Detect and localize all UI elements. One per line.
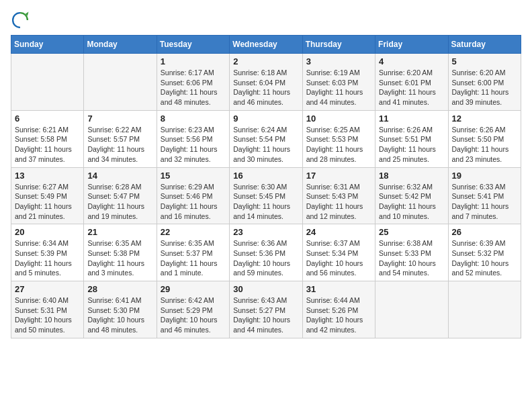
calendar-cell (375, 281, 448, 338)
day-number: 9 (233, 113, 298, 124)
day-number: 25 (379, 227, 444, 237)
day-info: Sunrise: 6:44 AMSunset: 5:26 PMDaylight:… (306, 295, 371, 335)
calendar-body: 1Sunrise: 6:17 AMSunset: 6:06 PMDaylight… (11, 54, 521, 338)
calendar-cell: 15Sunrise: 6:29 AMSunset: 5:46 PMDayligh… (157, 167, 229, 224)
calendar-cell: 20Sunrise: 6:34 AMSunset: 5:39 PMDayligh… (11, 224, 84, 281)
week-row-5: 27Sunrise: 6:40 AMSunset: 5:31 PMDayligh… (11, 281, 521, 338)
calendar-cell: 6Sunrise: 6:21 AMSunset: 5:58 PMDaylight… (11, 110, 84, 167)
day-info: Sunrise: 6:17 AMSunset: 6:06 PMDaylight:… (161, 68, 226, 107)
day-info: Sunrise: 6:36 AMSunset: 5:36 PMDaylight:… (233, 238, 298, 278)
day-number: 23 (233, 227, 298, 237)
day-number: 20 (15, 227, 80, 237)
day-number: 15 (161, 171, 226, 181)
day-number: 22 (161, 227, 226, 237)
calendar-cell: 18Sunrise: 6:32 AMSunset: 5:42 PMDayligh… (375, 167, 448, 224)
day-number: 11 (379, 113, 444, 124)
weekday-header-wednesday: Wednesday (230, 36, 302, 54)
calendar-cell: 19Sunrise: 6:33 AMSunset: 5:41 PMDayligh… (448, 167, 521, 224)
calendar-cell (11, 54, 84, 111)
calendar-cell: 14Sunrise: 6:28 AMSunset: 5:47 PMDayligh… (84, 167, 157, 224)
week-row-3: 13Sunrise: 6:27 AMSunset: 5:49 PMDayligh… (11, 167, 521, 224)
calendar-cell: 28Sunrise: 6:41 AMSunset: 5:30 PMDayligh… (84, 281, 157, 338)
day-info: Sunrise: 6:35 AMSunset: 5:38 PMDaylight:… (87, 238, 152, 278)
day-info: Sunrise: 6:24 AMSunset: 5:54 PMDaylight:… (233, 125, 298, 165)
day-info: Sunrise: 6:39 AMSunset: 5:32 PMDaylight:… (452, 238, 517, 278)
calendar-cell: 2Sunrise: 6:18 AMSunset: 6:04 PMDaylight… (230, 54, 302, 111)
day-number: 3 (306, 56, 371, 66)
calendar-cell: 24Sunrise: 6:37 AMSunset: 5:34 PMDayligh… (302, 224, 375, 281)
calendar-table: SundayMondayTuesdayWednesdayThursdayFrid… (11, 35, 521, 338)
weekday-row: SundayMondayTuesdayWednesdayThursdayFrid… (11, 36, 521, 54)
day-number: 30 (233, 284, 298, 294)
day-info: Sunrise: 6:30 AMSunset: 5:45 PMDaylight:… (233, 182, 298, 222)
day-number: 19 (452, 171, 517, 181)
calendar-cell (84, 54, 157, 111)
day-info: Sunrise: 6:41 AMSunset: 5:30 PMDaylight:… (87, 295, 152, 335)
day-info: Sunrise: 6:42 AMSunset: 5:29 PMDaylight:… (161, 295, 226, 335)
weekday-header-monday: Monday (84, 36, 157, 54)
calendar-cell: 7Sunrise: 6:22 AMSunset: 5:57 PMDaylight… (84, 110, 157, 167)
day-info: Sunrise: 6:22 AMSunset: 5:57 PMDaylight:… (87, 125, 152, 165)
calendar-cell: 8Sunrise: 6:23 AMSunset: 5:56 PMDaylight… (157, 110, 229, 167)
day-info: Sunrise: 6:27 AMSunset: 5:49 PMDaylight:… (15, 182, 80, 222)
calendar-cell: 17Sunrise: 6:31 AMSunset: 5:43 PMDayligh… (302, 167, 375, 224)
week-row-1: 1Sunrise: 6:17 AMSunset: 6:06 PMDaylight… (11, 54, 521, 111)
day-number: 17 (306, 171, 371, 181)
calendar-cell: 26Sunrise: 6:39 AMSunset: 5:32 PMDayligh… (448, 224, 521, 281)
day-number: 4 (379, 56, 444, 66)
weekday-header-thursday: Thursday (302, 36, 375, 54)
day-number: 18 (379, 171, 444, 181)
day-number: 6 (15, 113, 80, 124)
calendar-cell: 27Sunrise: 6:40 AMSunset: 5:31 PMDayligh… (11, 281, 84, 338)
day-info: Sunrise: 6:26 AMSunset: 5:50 PMDaylight:… (452, 125, 517, 165)
day-info: Sunrise: 6:18 AMSunset: 6:04 PMDaylight:… (233, 68, 298, 107)
day-number: 26 (452, 227, 517, 237)
page-header (11, 11, 521, 30)
day-info: Sunrise: 6:26 AMSunset: 5:51 PMDaylight:… (379, 125, 444, 165)
calendar-cell: 29Sunrise: 6:42 AMSunset: 5:29 PMDayligh… (157, 281, 229, 338)
day-info: Sunrise: 6:23 AMSunset: 5:56 PMDaylight:… (161, 125, 226, 165)
day-info: Sunrise: 6:34 AMSunset: 5:39 PMDaylight:… (15, 238, 80, 278)
calendar-cell (448, 281, 521, 338)
day-info: Sunrise: 6:38 AMSunset: 5:33 PMDaylight:… (379, 238, 444, 278)
day-number: 28 (87, 284, 152, 294)
calendar-header: SundayMondayTuesdayWednesdayThursdayFrid… (11, 36, 521, 54)
weekday-header-sunday: Sunday (11, 36, 84, 54)
day-number: 1 (161, 56, 226, 66)
calendar-cell: 16Sunrise: 6:30 AMSunset: 5:45 PMDayligh… (230, 167, 302, 224)
calendar-cell: 12Sunrise: 6:26 AMSunset: 5:50 PMDayligh… (448, 110, 521, 167)
day-info: Sunrise: 6:19 AMSunset: 6:03 PMDaylight:… (306, 68, 371, 107)
calendar-cell: 13Sunrise: 6:27 AMSunset: 5:49 PMDayligh… (11, 167, 84, 224)
day-info: Sunrise: 6:33 AMSunset: 5:41 PMDaylight:… (452, 182, 517, 222)
calendar-cell: 31Sunrise: 6:44 AMSunset: 5:26 PMDayligh… (302, 281, 375, 338)
day-info: Sunrise: 6:40 AMSunset: 5:31 PMDaylight:… (15, 295, 80, 335)
calendar-cell: 21Sunrise: 6:35 AMSunset: 5:38 PMDayligh… (84, 224, 157, 281)
day-number: 14 (87, 171, 152, 181)
day-info: Sunrise: 6:32 AMSunset: 5:42 PMDaylight:… (379, 182, 444, 222)
calendar-cell: 11Sunrise: 6:26 AMSunset: 5:51 PMDayligh… (375, 110, 448, 167)
day-info: Sunrise: 6:20 AMSunset: 6:00 PMDaylight:… (452, 68, 517, 107)
calendar-cell: 1Sunrise: 6:17 AMSunset: 6:06 PMDaylight… (157, 54, 229, 111)
day-number: 8 (161, 113, 226, 124)
day-number: 21 (87, 227, 152, 237)
day-number: 10 (306, 113, 371, 124)
day-number: 13 (15, 171, 80, 181)
day-number: 2 (233, 56, 298, 66)
day-number: 5 (452, 56, 517, 66)
day-number: 31 (306, 284, 371, 294)
day-number: 7 (87, 113, 152, 124)
day-info: Sunrise: 6:25 AMSunset: 5:53 PMDaylight:… (306, 125, 371, 165)
calendar-cell: 5Sunrise: 6:20 AMSunset: 6:00 PMDaylight… (448, 54, 521, 111)
calendar-cell: 22Sunrise: 6:35 AMSunset: 5:37 PMDayligh… (157, 224, 229, 281)
day-number: 16 (233, 171, 298, 181)
day-info: Sunrise: 6:29 AMSunset: 5:46 PMDaylight:… (161, 182, 226, 222)
day-number: 12 (452, 113, 517, 124)
day-info: Sunrise: 6:21 AMSunset: 5:58 PMDaylight:… (15, 125, 80, 165)
logo-icon (11, 11, 30, 30)
day-info: Sunrise: 6:43 AMSunset: 5:27 PMDaylight:… (233, 295, 298, 335)
weekday-header-saturday: Saturday (448, 36, 521, 54)
week-row-2: 6Sunrise: 6:21 AMSunset: 5:58 PMDaylight… (11, 110, 521, 167)
calendar-cell: 30Sunrise: 6:43 AMSunset: 5:27 PMDayligh… (230, 281, 302, 338)
calendar-cell: 10Sunrise: 6:25 AMSunset: 5:53 PMDayligh… (302, 110, 375, 167)
calendar-cell: 23Sunrise: 6:36 AMSunset: 5:36 PMDayligh… (230, 224, 302, 281)
